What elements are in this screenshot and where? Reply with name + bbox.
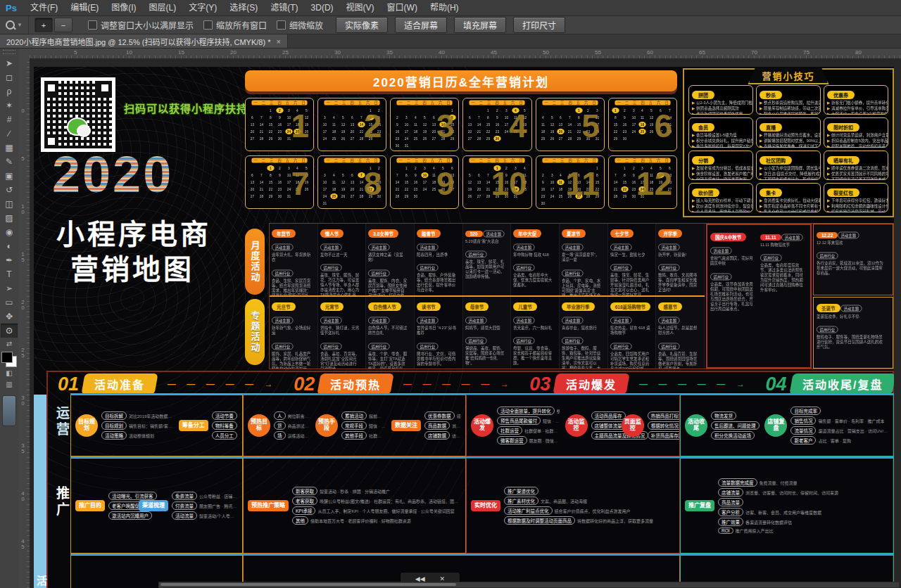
minibar-button[interactable]: ✕ <box>440 575 446 582</box>
option-checkbox[interactable]: 缩放所有窗口 <box>203 19 267 31</box>
mindmap-groups: 热销商品打标签根据转化情况调整页面商品补货商品库存跟进 <box>648 411 675 440</box>
zoom-tool[interactable]: ⊙ <box>1 324 18 338</box>
options-button[interactable]: 打印尺寸 <box>513 17 565 33</box>
bullet-icon: ▶ <box>760 177 762 180</box>
shape-tool[interactable]: ▭ <box>1 295 18 309</box>
option-checkbox[interactable]: 调整窗口大小以满屏显示 <box>88 19 194 31</box>
eyedropper-tool[interactable]: ∕ <box>1 127 18 141</box>
dodge-tool[interactable]: ◐ <box>1 239 18 253</box>
menu-item[interactable]: 图像(I) <box>105 0 142 15</box>
gradient-tool[interactable]: ▨ <box>1 211 18 225</box>
healing-brush-tool[interactable]: ▦ <box>1 141 18 155</box>
options-button[interactable]: 填充屏幕 <box>454 17 506 33</box>
zoom-out-button[interactable]: − <box>54 18 73 32</box>
theme-tag: 活动主题 <box>368 317 390 324</box>
menu-item[interactable]: 滤镜(T) <box>264 0 304 15</box>
mindmap-root: 活动爆发 <box>471 414 493 437</box>
mindmap-node: 目标拆解 <box>101 411 127 420</box>
path-select-tool[interactable]: ➢ <box>1 281 18 295</box>
phase-dashes: —————→ <box>392 379 519 389</box>
day: 6 <box>248 115 256 120</box>
close-icon[interactable]: × <box>276 37 280 46</box>
industry-tag: 适用行业 <box>320 343 342 350</box>
pen-tool[interactable]: ✒ <box>1 253 18 267</box>
menu-item[interactable]: 文字(Y) <box>182 0 223 15</box>
mindmap-items: 短信 · 公众号推文 · 朋友圈预告 <box>369 423 386 429</box>
quick-mask-icon[interactable]: ◧ <box>1 367 17 378</box>
bullet-icon: ▶ <box>760 139 762 143</box>
checkbox-icon[interactable] <box>277 20 286 30</box>
minibar-button[interactable]: ◀◀ <box>415 575 425 582</box>
options-button[interactable]: 适合屏幕 <box>395 17 447 33</box>
eraser-tool[interactable]: ◫ <box>1 197 18 211</box>
chevron-down-icon: ▼ <box>17 22 23 28</box>
day: 3 <box>321 115 328 120</box>
ruler-number: 20 <box>20 299 26 310</box>
mindmap-group: 免费流量公众号粉丝 · 店铺会员 · 分销员 · 企业员工 <box>172 492 238 500</box>
menu-item[interactable]: 视图(V) <box>340 0 381 15</box>
option-checkbox[interactable]: 细微缩放 <box>277 19 323 31</box>
weekday: 二 <box>262 158 265 162</box>
clone-stamp-tool[interactable]: ▣ <box>1 169 18 183</box>
day-blank <box>548 165 555 171</box>
theme-text: 狂欢热卖，就在 618 返场购物节 <box>610 326 650 335</box>
menu-item[interactable]: 文件(F) <box>24 0 64 15</box>
dash: — <box>442 379 450 389</box>
menu-item[interactable]: 3D(D) <box>305 0 340 15</box>
activity-card: 年中大促活动主题年中购好物 狂欢 618适用行业全品类，电商年中大促，优惠力度需… <box>511 224 560 295</box>
menu-item[interactable]: 图层(L) <box>143 0 183 15</box>
horizontal-scrollbar[interactable] <box>158 582 900 588</box>
menu-item[interactable]: 选择(S) <box>223 0 264 15</box>
screen-mode-icon[interactable]: ▥ <box>1 378 17 390</box>
current-tool-badge[interactable]: ▼ <box>0 16 29 34</box>
history-brush-tool[interactable]: ↺ <box>1 183 18 197</box>
menu-item[interactable]: 帮助(H) <box>424 0 465 15</box>
day: 9 <box>412 172 419 178</box>
tool-palette: ➤◻ρ✶#∕▦✎▣↺◫▨◉◐✒T➢▭✥⊙ ⇄ ◧ ▥ <box>0 49 19 588</box>
mindmap-items: 浏览量、访客量、访问时长、停留时间、访问来源 <box>745 490 838 496</box>
monthly-activities-label: 月度活动 <box>245 229 265 295</box>
weekday: 二 <box>407 100 410 105</box>
document-tab[interactable]: 2020小程序电商营销地图.jpg @ 12.5% (扫码可以获得小程序扶持, … <box>0 34 288 48</box>
checkbox-icon[interactable] <box>203 20 213 30</box>
day: 1 <box>621 165 628 171</box>
mindmap-group: 其他借助本地百万大号 · 老顾客评价福利 · 好物圈社群资源 <box>292 516 461 525</box>
ruler-number: 55 <box>595 49 601 56</box>
day: 16 <box>276 122 283 127</box>
menu-item[interactable]: 窗口(W) <box>381 0 424 15</box>
dock-stub[interactable] <box>2 395 16 426</box>
day: 28 <box>394 193 401 199</box>
day: 12 <box>339 179 346 185</box>
day: 14 <box>258 179 265 185</box>
bullet-icon: ▶ <box>760 165 762 170</box>
canvas[interactable]: 扫码可以获得小程序扶持 2020 小程序电商 营销地图 2020营销日历&全年营… <box>30 58 901 588</box>
color-swatches[interactable] <box>1 352 17 367</box>
weekday: 四 <box>496 158 499 162</box>
hand-tool[interactable]: ✥ <box>1 309 18 324</box>
crop-tool[interactable]: # <box>1 113 18 127</box>
options-button[interactable]: 实际像素 <box>336 17 388 33</box>
scrollbar-thumb[interactable] <box>160 583 456 586</box>
mindmap-node: 社群运营 <box>497 426 522 435</box>
mindmap-items: 各渠道流量转化数据评估 <box>745 519 792 525</box>
foreground-color-swatch[interactable] <box>1 352 13 363</box>
day: 29 <box>267 136 274 141</box>
day: 20 <box>248 186 256 192</box>
zoom-in-button[interactable]: + <box>34 18 53 32</box>
type-tool[interactable]: T <box>1 267 18 281</box>
day: 15 <box>403 179 410 185</box>
day: 1 <box>267 165 274 171</box>
magic-wand-tool[interactable]: ✶ <box>1 98 18 113</box>
menu-item[interactable]: 编辑(E) <box>64 0 105 15</box>
palette-grip[interactable] <box>3 50 15 54</box>
marquee-tool[interactable]: ◻ <box>1 70 18 84</box>
lasso-tool[interactable]: ρ <box>1 84 18 98</box>
brush-tool[interactable]: ✎ <box>1 155 18 169</box>
swap-colors-icon[interactable]: ⇄ <box>1 338 17 349</box>
day: 21 <box>476 129 483 134</box>
day: 30 <box>394 143 401 148</box>
tip-line: ▶次日达/自提点交付，降低履约成本 <box>760 171 812 176</box>
checkbox-icon[interactable] <box>88 20 97 30</box>
move-tool[interactable]: ➤ <box>1 56 18 70</box>
blur-tool[interactable]: ◉ <box>1 225 18 239</box>
